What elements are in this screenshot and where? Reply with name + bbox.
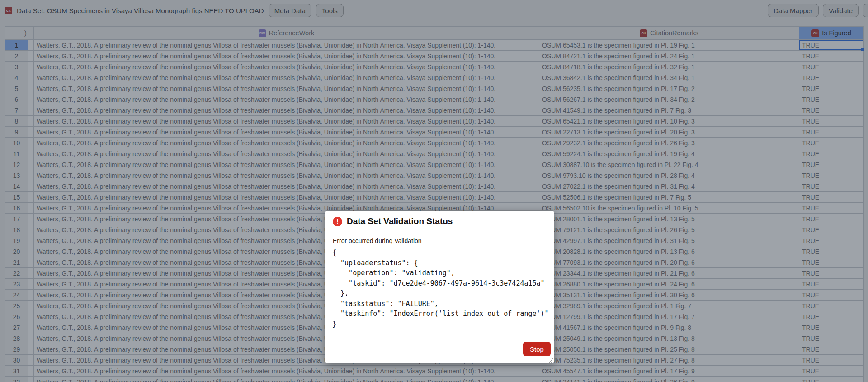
dialog-title: Data Set Validation Status [347,216,453,226]
dialog-title-row: ! Data Set Validation Status [333,216,547,226]
validation-json: { "uploaderstatus": { "operation": "vali… [332,248,549,329]
validation-dialog: ! Data Set Validation Status Error occur… [326,211,554,363]
dialog-message: Error occurred during Validation [333,237,422,244]
dialog-resize-handle[interactable] [547,356,553,363]
stop-button[interactable]: Stop [523,342,551,356]
error-icon: ! [333,217,342,226]
